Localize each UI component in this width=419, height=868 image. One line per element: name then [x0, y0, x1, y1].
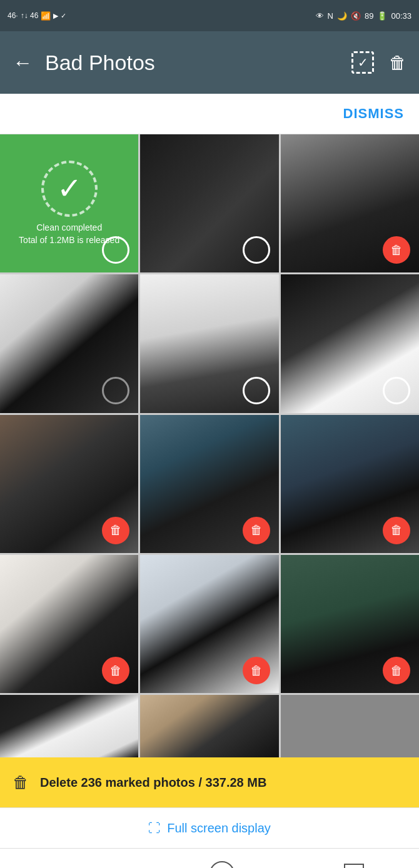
status-bar-right: 👁 N 🌙 🔇 89 🔋 00:33 [316, 11, 411, 21]
back-button[interactable]: ← [13, 51, 33, 74]
photo-cell-10[interactable] [0, 555, 138, 693]
delete-bar[interactable]: 🗑 Delete 236 marked photos / 337.28 MB [0, 757, 419, 807]
status-bar: 46· ↑↓ 46 📶 ▶ ✓ 👁 N 🌙 🔇 89 🔋 00:33 [0, 0, 419, 31]
photo-cell-3[interactable] [281, 134, 419, 272]
fullscreen-label: Full screen display [167, 821, 271, 836]
signal-icon: 46· [8, 11, 18, 20]
eye-icon: 👁 [316, 11, 324, 21]
select-circle-11[interactable] [243, 657, 270, 684]
check-icon: ✓ [61, 12, 66, 20]
select-circle-9[interactable] [383, 517, 410, 544]
fullscreen-bar[interactable]: ⛶ Full screen display [0, 807, 419, 848]
photo-cell-7[interactable] [0, 415, 138, 553]
check-circle: ✓ [41, 161, 98, 217]
select-circle-6[interactable] [383, 377, 410, 404]
photo-cell-9[interactable] [281, 415, 419, 553]
fullscreen-icon: ⛶ [148, 821, 161, 836]
dismiss-banner: DISMISS [0, 94, 419, 134]
photo-cell-11[interactable] [140, 555, 278, 693]
wifi-icon: 📶 [41, 11, 51, 21]
photo-cell-15[interactable] [281, 695, 419, 757]
select-circle-3[interactable] [383, 236, 410, 264]
photo-cell-6[interactable] [281, 274, 419, 412]
checkmark-icon: ✓ [57, 174, 82, 204]
moon-icon: 🌙 [337, 11, 347, 21]
clean-complete-cell[interactable]: ✓ Clean completed Total of 1.2MB is rele… [0, 134, 138, 272]
app-bar-left: ← Bad Photos [13, 51, 155, 75]
select-circle-4[interactable] [102, 377, 129, 404]
photo-cell-13[interactable] [0, 695, 138, 757]
nav-bar: ‹ [0, 848, 419, 868]
delete-bar-label: Delete 236 marked photos / 337.28 MB [40, 776, 266, 790]
select-circle-7[interactable] [102, 517, 129, 544]
select-circle-5[interactable] [243, 377, 270, 404]
nfc-icon: N [328, 11, 333, 21]
photo-cell-4[interactable] [0, 274, 138, 412]
photo-cell-14[interactable] [140, 695, 278, 757]
photo-cell-8[interactable] [140, 415, 278, 553]
photo-cell-5[interactable] [140, 274, 278, 412]
dismiss-button[interactable]: DISMISS [343, 106, 404, 122]
app-bar-right: 🗑 [351, 51, 406, 74]
select-circle-8[interactable] [243, 517, 270, 544]
page-title: Bad Photos [45, 51, 155, 75]
delete-bar-icon: 🗑 [13, 773, 29, 792]
select-circle-10[interactable] [102, 657, 129, 684]
app-bar: ← Bad Photos 🗑 [0, 31, 419, 94]
photo-cell-2[interactable] [140, 134, 278, 272]
battery-icon: 🔋 [377, 11, 387, 21]
nav-home-button[interactable] [210, 861, 235, 868]
play-icon: ▶ [53, 12, 58, 20]
select-circle-2[interactable] [243, 236, 270, 264]
select-all-button[interactable] [351, 51, 374, 74]
battery-level: 89 [365, 11, 373, 21]
mute-icon: 🔇 [351, 11, 361, 21]
nav-back-button[interactable]: ‹ [55, 854, 100, 868]
photo-grid: ✓ Clean completed Total of 1.2MB is rele… [0, 134, 419, 757]
signal-icon-2: ↑↓ 46 [21, 11, 39, 20]
clock: 00:33 [391, 11, 411, 21]
select-circle-12[interactable] [383, 657, 410, 684]
photo-cell-12[interactable] [281, 555, 419, 693]
delete-button[interactable]: 🗑 [389, 52, 406, 73]
nav-recent-button[interactable] [344, 864, 364, 868]
status-bar-left: 46· ↑↓ 46 📶 ▶ ✓ [8, 11, 66, 21]
